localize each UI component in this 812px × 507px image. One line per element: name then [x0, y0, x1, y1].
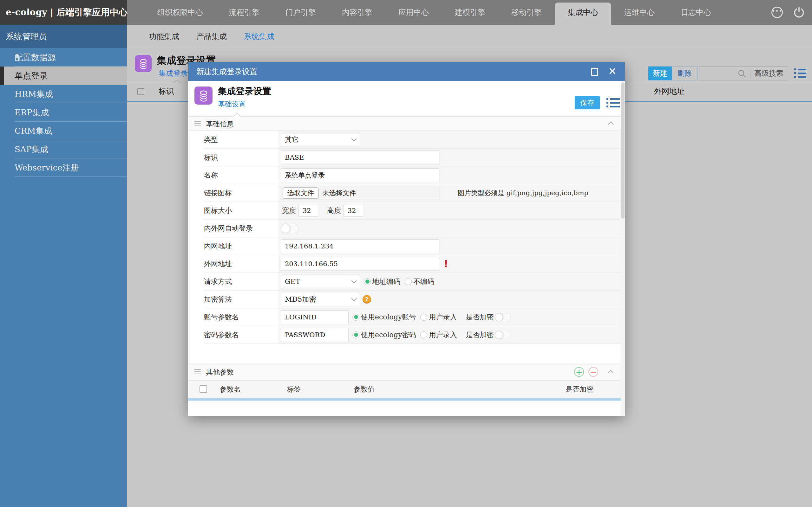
subnav-item-function[interactable]: 功能集成	[140, 32, 188, 42]
encryption-value: MD5加密	[285, 295, 316, 304]
field-label: 密码参数名	[188, 326, 278, 344]
database-icon	[194, 87, 212, 105]
user-entry-label[interactable]: 用户录入	[429, 313, 457, 322]
modal-title: 新建集成登录设置	[188, 62, 625, 81]
form-row-request-method: 请求方式 GET 地址编码 不编码	[188, 273, 625, 291]
encryption-select[interactable]: MD5加密	[281, 293, 360, 306]
type-select[interactable]: 其它	[281, 133, 360, 147]
url-encode-radio[interactable]	[364, 278, 371, 285]
topnav-item-workflow[interactable]: 流程引擎	[216, 0, 272, 25]
no-encode-label[interactable]: 不编码	[413, 277, 434, 286]
topnav-item-app[interactable]: 应用中心	[386, 0, 442, 25]
height-input[interactable]	[344, 205, 363, 217]
subnav-item-product[interactable]: 产品集成	[188, 32, 235, 42]
list-view-icon[interactable]	[794, 68, 806, 80]
form-row-identifier: 标识	[188, 149, 625, 166]
drag-handle-icon[interactable]	[194, 121, 201, 128]
scrollbar-thumb[interactable]	[621, 82, 624, 219]
sidebar-item-sap[interactable]: SAP集成	[0, 140, 127, 158]
field-label: 标识	[188, 149, 278, 166]
field-label: 账号参数名	[188, 308, 278, 326]
request-method-value: GET	[285, 278, 300, 285]
user-entry-radio[interactable]	[420, 331, 427, 338]
password-encrypt-toggle[interactable]	[495, 331, 511, 339]
new-button[interactable]: 新建	[648, 66, 672, 80]
form-layout-icon[interactable]	[606, 98, 620, 109]
drag-handle-icon[interactable]	[194, 369, 201, 376]
sidebar-item-erp[interactable]: ERP集成	[0, 103, 127, 122]
collapse-icon[interactable]	[608, 121, 613, 127]
search-box[interactable]: 高级搜索	[699, 66, 788, 80]
help-icon[interactable]: ?	[362, 295, 371, 303]
topnav-item-log[interactable]: 日志中心	[668, 0, 724, 25]
sub-nav: 功能集成 产品集成 系统集成	[127, 25, 812, 48]
topnav-item-integration[interactable]: 集成中心	[555, 3, 611, 25]
topnav-item-org[interactable]: 组织权限中心	[144, 0, 216, 25]
use-ecology-account-label[interactable]: 使用ecology账号	[361, 313, 416, 322]
name-input[interactable]	[281, 168, 439, 182]
sidebar-item-hrm[interactable]: HRM集成	[0, 85, 127, 103]
request-method-select[interactable]: GET	[281, 275, 360, 288]
topnav-item-portal[interactable]: 门户引擎	[272, 0, 329, 25]
table-col-external-address: 外网地址	[654, 86, 684, 96]
param-col-name: 参数名	[220, 385, 241, 394]
section-other-params: 其他参数 + −	[188, 363, 625, 381]
maximize-icon[interactable]	[591, 68, 598, 76]
param-col-value: 参数值	[354, 385, 374, 394]
width-input[interactable]	[299, 205, 318, 217]
form-row-icon-size: 图标大小 宽度 高度	[188, 202, 625, 220]
sidebar-item-crm[interactable]: CRM集成	[0, 122, 127, 140]
intranet-address-input[interactable]	[281, 239, 439, 253]
params-table-header: 参数名 标签 参数值 是否加密	[188, 381, 625, 398]
use-ecology-password-label[interactable]: 使用ecology密码	[361, 330, 416, 340]
search-icon[interactable]	[738, 69, 746, 78]
topnav-item-modeling[interactable]: 建模引擎	[442, 0, 498, 25]
topnav-item-ops[interactable]: 运维中心	[611, 0, 668, 25]
field-label: 请求方式	[188, 273, 278, 291]
use-ecology-password-radio[interactable]	[352, 331, 359, 338]
sidebar-item-sso[interactable]: 单点登录	[0, 66, 127, 85]
sidebar-item-webservice[interactable]: Webservice注册	[0, 158, 127, 177]
select-all-checkbox[interactable]	[137, 88, 144, 95]
remove-param-button[interactable]: −	[589, 367, 598, 377]
form-row-type: 类型 其它	[188, 131, 625, 149]
toolbar-button-group: 新建 删除	[648, 66, 698, 80]
database-icon	[135, 55, 152, 72]
form-row-link-icon: 链接图标 选取文件 未选择文件 图片类型必须是 gif,png,jpg,jpeg…	[188, 184, 625, 202]
params-select-all-checkbox[interactable]	[200, 385, 207, 393]
sidebar-item-datasource[interactable]: 配置数据源	[0, 48, 127, 66]
form-row-encryption: 加密算法 MD5加密 ?	[188, 291, 625, 308]
external-address-input[interactable]	[281, 257, 439, 271]
no-encode-radio[interactable]	[405, 278, 412, 285]
user-entry-radio[interactable]	[420, 314, 427, 321]
account-param-input[interactable]	[281, 310, 349, 324]
auto-login-toggle[interactable]	[281, 224, 299, 233]
file-upload-box: 选取文件 未选择文件	[281, 186, 439, 200]
delete-button[interactable]: 删除	[672, 66, 697, 80]
topnav-item-mobile[interactable]: 移动引擎	[498, 0, 555, 25]
password-param-input[interactable]	[281, 328, 349, 342]
field-label: 内外网自动登录	[188, 220, 278, 237]
use-ecology-account-radio[interactable]	[352, 314, 359, 321]
field-label: 链接图标	[188, 184, 278, 202]
add-param-button[interactable]: +	[574, 367, 584, 377]
save-button[interactable]: 保存	[575, 96, 600, 109]
subnav-item-system[interactable]: 系统集成	[235, 32, 283, 42]
choose-file-button[interactable]: 选取文件	[283, 187, 319, 199]
user-entry-label[interactable]: 用户录入	[429, 330, 457, 340]
power-icon[interactable]	[793, 6, 805, 18]
field-label: 内网地址	[188, 237, 278, 255]
more-options-icon[interactable]: •••	[771, 7, 783, 18]
encrypt-toggle-label: 是否加密	[466, 313, 494, 322]
account-encrypt-toggle[interactable]	[495, 313, 511, 321]
url-encode-label[interactable]: 地址编码	[372, 277, 400, 286]
collapse-icon[interactable]	[608, 370, 613, 376]
advanced-search-link[interactable]: 高级搜索	[754, 68, 788, 78]
topnav-item-content[interactable]: 内容引擎	[329, 0, 386, 25]
close-icon[interactable]: ✕	[608, 65, 617, 77]
tab-basic-settings[interactable]: 基础设置	[218, 100, 246, 109]
identifier-input[interactable]	[281, 151, 439, 164]
form-row-auto-login: 内外网自动登录	[188, 220, 625, 237]
encrypt-toggle-label: 是否加密	[466, 330, 494, 340]
modal-titlebar[interactable]: 新建集成登录设置 ✕	[188, 62, 625, 81]
